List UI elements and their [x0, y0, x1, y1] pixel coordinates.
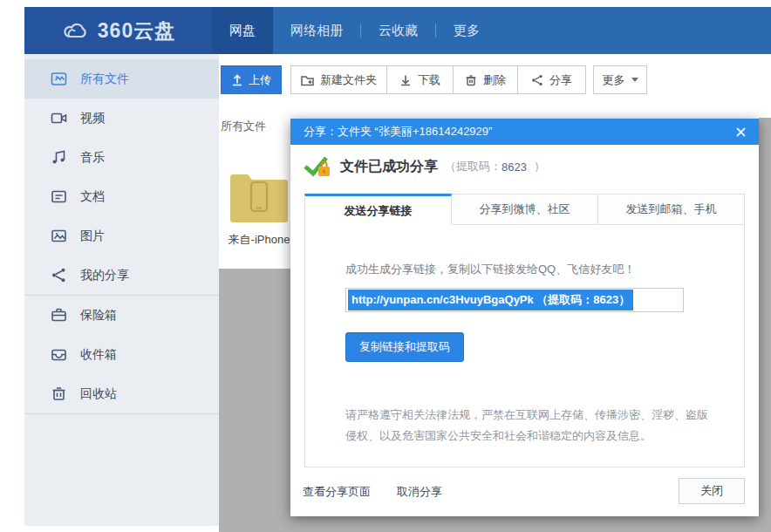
toolbar-button-group: 新建文件夹 下载 删除 分享 [290, 65, 586, 94]
close-button[interactable]: 关闭 [679, 478, 745, 504]
code-value: 8623 [501, 160, 527, 174]
nav-tab-more[interactable]: 更多 [436, 7, 497, 54]
delete-icon [465, 74, 477, 86]
sidebar-item-label: 所有文件 [80, 72, 129, 87]
delete-label: 删除 [483, 72, 506, 88]
sidebar-item-safebox[interactable]: 保险箱 [24, 296, 219, 335]
download-icon [399, 74, 412, 86]
document-icon [51, 188, 67, 205]
sidebar-item-label: 视频 [80, 111, 105, 126]
sidebar-item-label: 回收站 [80, 386, 117, 402]
sidebar-item-recycle-bin[interactable]: 回收站 [24, 374, 219, 413]
sidebar-item-label: 我的分享 [80, 268, 129, 283]
copy-link-button[interactable]: 复制链接和提取码 [345, 332, 464, 362]
new-folder-button[interactable]: 新建文件夹 [291, 66, 387, 93]
share-icon [51, 267, 67, 283]
share-nodes-icon [531, 74, 543, 86]
sidebar: 所有文件 视频 音乐 文档 图片 [24, 54, 219, 526]
toolbar: 上传 新建文件夹 下载 删除 [221, 65, 647, 94]
folder-item[interactable] [229, 168, 290, 224]
dialog-header: 分享：文件夹 “张美丽+18614242929” [290, 119, 759, 145]
dialog-footer-links: 查看分享页面 取消分享 [303, 484, 442, 500]
close-icon[interactable] [733, 124, 748, 140]
new-folder-icon [301, 74, 314, 86]
upload-icon [231, 74, 243, 86]
tab-send-link[interactable]: 发送分享链接 [304, 194, 452, 225]
sidebar-item-label: 保险箱 [80, 308, 117, 324]
nav-tab-drive[interactable]: 网盘 [212, 7, 273, 54]
cancel-share-link[interactable]: 取消分享 [397, 484, 442, 500]
app-logo[interactable]: 360云盘 [24, 7, 212, 54]
share-link-input[interactable]: http://yunpan.cn/c3HvuyBgaQyPk （提取码：8623… [345, 288, 684, 312]
sidebar-item-all-files[interactable]: 所有文件 [24, 59, 219, 99]
trash-icon [51, 385, 67, 402]
more-button[interactable]: 更多 [593, 65, 647, 94]
more-label: 更多 [603, 72, 625, 88]
check-lock-icon [304, 155, 331, 178]
view-share-page-link[interactable]: 查看分享页面 [303, 484, 371, 500]
download-button[interactable]: 下载 [387, 66, 454, 93]
dialog-tabs: 发送分享链接 分享到微博、社区 发送到邮箱、手机 [304, 194, 745, 225]
cloud-logo-icon [61, 21, 91, 40]
inbox-icon [51, 346, 67, 363]
upload-button[interactable]: 上传 [221, 65, 282, 94]
video-icon [51, 110, 67, 126]
dialog-title: 分享：文件夹 “张美丽+18614242929” [304, 124, 733, 140]
sidebar-item-video[interactable]: 视频 [24, 99, 219, 138]
upload-label: 上传 [249, 72, 271, 88]
delete-button[interactable]: 删除 [454, 66, 518, 93]
sidebar-item-label: 收件箱 [80, 347, 117, 363]
folder-icon [229, 168, 290, 224]
nav-tabs: 网盘 网络相册 云收藏 更多 [212, 7, 497, 54]
code-prefix: （提取码： [445, 159, 501, 174]
dialog-tab-panel: 成功生成分享链接，复制以下链接发给QQ、飞信好友吧！ http://yunpan… [304, 225, 745, 467]
nav-tab-favorites[interactable]: 云收藏 [361, 7, 435, 54]
all-files-icon [51, 71, 67, 87]
share-button[interactable]: 分享 [518, 66, 586, 93]
sidebar-item-pictures[interactable]: 图片 [24, 216, 219, 256]
image-icon [51, 228, 67, 244]
sidebar-item-label: 音乐 [80, 150, 105, 166]
sidebar-item-music[interactable]: 音乐 [24, 138, 219, 177]
music-icon [51, 149, 67, 166]
sidebar-item-my-shares[interactable]: 我的分享 [24, 256, 219, 295]
share-label: 分享 [549, 72, 572, 88]
safebox-icon [51, 307, 67, 324]
caret-down-icon [631, 78, 638, 82]
folder-label[interactable]: 来自-iPhone [217, 232, 301, 248]
sidebar-item-documents[interactable]: 文档 [24, 177, 219, 216]
share-dialog: 分享：文件夹 “张美丽+18614242929” 文件已成功分享 （提取码： 8… [290, 119, 759, 516]
success-row: 文件已成功分享 （提取码： 8623 ） [304, 155, 545, 178]
sidebar-item-label: 图片 [80, 228, 105, 244]
success-text: 文件已成功分享 [340, 158, 438, 176]
nav-tab-albums[interactable]: 网络相册 [273, 7, 360, 54]
code-suffix: ） [534, 159, 545, 174]
download-label: 下载 [418, 72, 440, 88]
sidebar-item-inbox[interactable]: 收件箱 [24, 335, 219, 374]
breadcrumb[interactable]: 所有文件 [221, 119, 266, 134]
tab-share-weibo[interactable]: 分享到微博、社区 [452, 194, 598, 225]
logo-text: 360云盘 [98, 17, 175, 44]
sidebar-divider [24, 413, 219, 414]
tab-send-email-phone[interactable]: 发送到邮箱、手机 [598, 194, 745, 225]
new-folder-label: 新建文件夹 [320, 72, 377, 88]
legal-notice: 请严格遵守相关法律法规，严禁在互联网上存储、传播涉密、淫秽、盗版侵权、以及危害国… [345, 405, 715, 447]
share-link-selected-text: http://yunpan.cn/c3HvuyBgaQyPk （提取码：8623… [348, 290, 633, 310]
sidebar-item-label: 文档 [80, 189, 105, 205]
top-navbar: 360云盘 网盘 网络相册 云收藏 更多 [24, 7, 771, 54]
share-hint-text: 成功生成分享链接，复制以下链接发给QQ、飞信好友吧！ [345, 262, 635, 277]
page: 360云盘 网盘 网络相册 云收藏 更多 所有文件 视频 [0, 0, 771, 532]
